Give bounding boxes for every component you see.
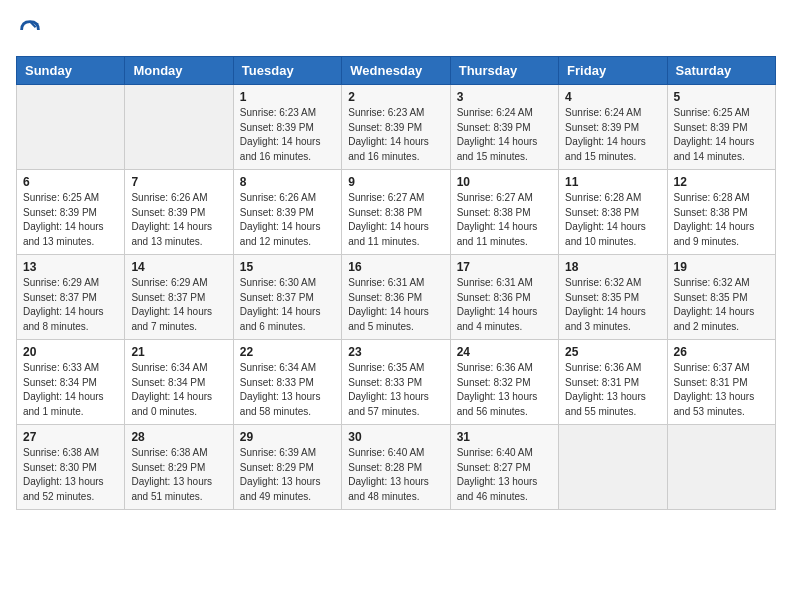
day-cell: 3Sunrise: 6:24 AM Sunset: 8:39 PM Daylig… bbox=[450, 85, 558, 170]
week-row-5: 27Sunrise: 6:38 AM Sunset: 8:30 PM Dayli… bbox=[17, 425, 776, 510]
day-cell: 20Sunrise: 6:33 AM Sunset: 8:34 PM Dayli… bbox=[17, 340, 125, 425]
weekday-header-friday: Friday bbox=[559, 57, 667, 85]
day-cell: 18Sunrise: 6:32 AM Sunset: 8:35 PM Dayli… bbox=[559, 255, 667, 340]
day-info: Sunrise: 6:27 AM Sunset: 8:38 PM Dayligh… bbox=[348, 191, 443, 249]
weekday-header-saturday: Saturday bbox=[667, 57, 775, 85]
day-number: 27 bbox=[23, 430, 118, 444]
day-number: 25 bbox=[565, 345, 660, 359]
day-number: 7 bbox=[131, 175, 226, 189]
page-header bbox=[16, 16, 776, 44]
day-info: Sunrise: 6:26 AM Sunset: 8:39 PM Dayligh… bbox=[131, 191, 226, 249]
day-cell: 15Sunrise: 6:30 AM Sunset: 8:37 PM Dayli… bbox=[233, 255, 341, 340]
day-cell: 11Sunrise: 6:28 AM Sunset: 8:38 PM Dayli… bbox=[559, 170, 667, 255]
day-info: Sunrise: 6:40 AM Sunset: 8:27 PM Dayligh… bbox=[457, 446, 552, 504]
logo-icon bbox=[16, 16, 44, 44]
day-cell: 9Sunrise: 6:27 AM Sunset: 8:38 PM Daylig… bbox=[342, 170, 450, 255]
day-cell: 10Sunrise: 6:27 AM Sunset: 8:38 PM Dayli… bbox=[450, 170, 558, 255]
day-cell: 30Sunrise: 6:40 AM Sunset: 8:28 PM Dayli… bbox=[342, 425, 450, 510]
day-number: 17 bbox=[457, 260, 552, 274]
day-cell: 31Sunrise: 6:40 AM Sunset: 8:27 PM Dayli… bbox=[450, 425, 558, 510]
weekday-header-wednesday: Wednesday bbox=[342, 57, 450, 85]
day-info: Sunrise: 6:31 AM Sunset: 8:36 PM Dayligh… bbox=[348, 276, 443, 334]
calendar-table: SundayMondayTuesdayWednesdayThursdayFrid… bbox=[16, 56, 776, 510]
day-number: 23 bbox=[348, 345, 443, 359]
week-row-4: 20Sunrise: 6:33 AM Sunset: 8:34 PM Dayli… bbox=[17, 340, 776, 425]
day-cell bbox=[125, 85, 233, 170]
day-cell: 17Sunrise: 6:31 AM Sunset: 8:36 PM Dayli… bbox=[450, 255, 558, 340]
day-cell: 25Sunrise: 6:36 AM Sunset: 8:31 PM Dayli… bbox=[559, 340, 667, 425]
day-number: 22 bbox=[240, 345, 335, 359]
day-info: Sunrise: 6:25 AM Sunset: 8:39 PM Dayligh… bbox=[23, 191, 118, 249]
day-cell: 28Sunrise: 6:38 AM Sunset: 8:29 PM Dayli… bbox=[125, 425, 233, 510]
weekday-header-sunday: Sunday bbox=[17, 57, 125, 85]
day-cell bbox=[559, 425, 667, 510]
day-info: Sunrise: 6:38 AM Sunset: 8:29 PM Dayligh… bbox=[131, 446, 226, 504]
day-number: 2 bbox=[348, 90, 443, 104]
day-info: Sunrise: 6:34 AM Sunset: 8:34 PM Dayligh… bbox=[131, 361, 226, 419]
day-cell: 26Sunrise: 6:37 AM Sunset: 8:31 PM Dayli… bbox=[667, 340, 775, 425]
day-number: 9 bbox=[348, 175, 443, 189]
week-row-3: 13Sunrise: 6:29 AM Sunset: 8:37 PM Dayli… bbox=[17, 255, 776, 340]
day-cell: 22Sunrise: 6:34 AM Sunset: 8:33 PM Dayli… bbox=[233, 340, 341, 425]
day-number: 24 bbox=[457, 345, 552, 359]
day-number: 21 bbox=[131, 345, 226, 359]
day-cell: 16Sunrise: 6:31 AM Sunset: 8:36 PM Dayli… bbox=[342, 255, 450, 340]
day-cell bbox=[667, 425, 775, 510]
logo bbox=[16, 16, 48, 44]
day-number: 16 bbox=[348, 260, 443, 274]
day-number: 18 bbox=[565, 260, 660, 274]
day-number: 1 bbox=[240, 90, 335, 104]
day-info: Sunrise: 6:27 AM Sunset: 8:38 PM Dayligh… bbox=[457, 191, 552, 249]
day-info: Sunrise: 6:36 AM Sunset: 8:32 PM Dayligh… bbox=[457, 361, 552, 419]
day-number: 14 bbox=[131, 260, 226, 274]
day-info: Sunrise: 6:29 AM Sunset: 8:37 PM Dayligh… bbox=[23, 276, 118, 334]
day-number: 19 bbox=[674, 260, 769, 274]
week-row-1: 1Sunrise: 6:23 AM Sunset: 8:39 PM Daylig… bbox=[17, 85, 776, 170]
day-cell: 12Sunrise: 6:28 AM Sunset: 8:38 PM Dayli… bbox=[667, 170, 775, 255]
day-cell: 2Sunrise: 6:23 AM Sunset: 8:39 PM Daylig… bbox=[342, 85, 450, 170]
day-cell bbox=[17, 85, 125, 170]
weekday-header-tuesday: Tuesday bbox=[233, 57, 341, 85]
day-number: 29 bbox=[240, 430, 335, 444]
day-cell: 5Sunrise: 6:25 AM Sunset: 8:39 PM Daylig… bbox=[667, 85, 775, 170]
day-number: 20 bbox=[23, 345, 118, 359]
day-number: 5 bbox=[674, 90, 769, 104]
day-info: Sunrise: 6:37 AM Sunset: 8:31 PM Dayligh… bbox=[674, 361, 769, 419]
day-info: Sunrise: 6:28 AM Sunset: 8:38 PM Dayligh… bbox=[565, 191, 660, 249]
day-info: Sunrise: 6:29 AM Sunset: 8:37 PM Dayligh… bbox=[131, 276, 226, 334]
day-info: Sunrise: 6:24 AM Sunset: 8:39 PM Dayligh… bbox=[457, 106, 552, 164]
week-row-2: 6Sunrise: 6:25 AM Sunset: 8:39 PM Daylig… bbox=[17, 170, 776, 255]
day-number: 12 bbox=[674, 175, 769, 189]
day-info: Sunrise: 6:31 AM Sunset: 8:36 PM Dayligh… bbox=[457, 276, 552, 334]
day-info: Sunrise: 6:28 AM Sunset: 8:38 PM Dayligh… bbox=[674, 191, 769, 249]
day-cell: 23Sunrise: 6:35 AM Sunset: 8:33 PM Dayli… bbox=[342, 340, 450, 425]
day-cell: 27Sunrise: 6:38 AM Sunset: 8:30 PM Dayli… bbox=[17, 425, 125, 510]
day-info: Sunrise: 6:38 AM Sunset: 8:30 PM Dayligh… bbox=[23, 446, 118, 504]
day-info: Sunrise: 6:30 AM Sunset: 8:37 PM Dayligh… bbox=[240, 276, 335, 334]
day-number: 6 bbox=[23, 175, 118, 189]
day-info: Sunrise: 6:32 AM Sunset: 8:35 PM Dayligh… bbox=[565, 276, 660, 334]
day-info: Sunrise: 6:26 AM Sunset: 8:39 PM Dayligh… bbox=[240, 191, 335, 249]
day-number: 13 bbox=[23, 260, 118, 274]
day-info: Sunrise: 6:34 AM Sunset: 8:33 PM Dayligh… bbox=[240, 361, 335, 419]
day-info: Sunrise: 6:35 AM Sunset: 8:33 PM Dayligh… bbox=[348, 361, 443, 419]
day-cell: 7Sunrise: 6:26 AM Sunset: 8:39 PM Daylig… bbox=[125, 170, 233, 255]
day-cell: 29Sunrise: 6:39 AM Sunset: 8:29 PM Dayli… bbox=[233, 425, 341, 510]
weekday-header-monday: Monday bbox=[125, 57, 233, 85]
day-info: Sunrise: 6:23 AM Sunset: 8:39 PM Dayligh… bbox=[348, 106, 443, 164]
day-cell: 4Sunrise: 6:24 AM Sunset: 8:39 PM Daylig… bbox=[559, 85, 667, 170]
weekday-header-thursday: Thursday bbox=[450, 57, 558, 85]
day-info: Sunrise: 6:33 AM Sunset: 8:34 PM Dayligh… bbox=[23, 361, 118, 419]
day-cell: 14Sunrise: 6:29 AM Sunset: 8:37 PM Dayli… bbox=[125, 255, 233, 340]
day-info: Sunrise: 6:32 AM Sunset: 8:35 PM Dayligh… bbox=[674, 276, 769, 334]
day-number: 30 bbox=[348, 430, 443, 444]
day-info: Sunrise: 6:39 AM Sunset: 8:29 PM Dayligh… bbox=[240, 446, 335, 504]
day-cell: 8Sunrise: 6:26 AM Sunset: 8:39 PM Daylig… bbox=[233, 170, 341, 255]
day-cell: 13Sunrise: 6:29 AM Sunset: 8:37 PM Dayli… bbox=[17, 255, 125, 340]
day-number: 4 bbox=[565, 90, 660, 104]
day-info: Sunrise: 6:40 AM Sunset: 8:28 PM Dayligh… bbox=[348, 446, 443, 504]
day-number: 8 bbox=[240, 175, 335, 189]
day-cell: 19Sunrise: 6:32 AM Sunset: 8:35 PM Dayli… bbox=[667, 255, 775, 340]
day-number: 31 bbox=[457, 430, 552, 444]
day-number: 3 bbox=[457, 90, 552, 104]
